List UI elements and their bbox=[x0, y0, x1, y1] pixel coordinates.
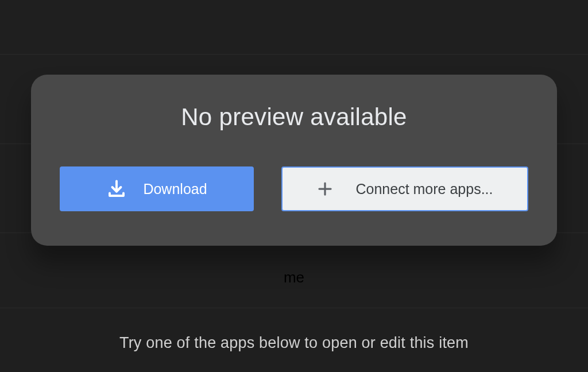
divider bbox=[0, 308, 588, 308]
divider bbox=[0, 54, 588, 55]
button-row: Download Connect more apps... bbox=[60, 166, 528, 211]
download-button-label: Download bbox=[143, 181, 207, 197]
plus-icon bbox=[316, 180, 334, 197]
footer-hint: Try one of the apps below to open or edi… bbox=[119, 334, 469, 352]
no-preview-card: No preview available Download Connect mo… bbox=[31, 75, 557, 246]
download-icon bbox=[106, 179, 127, 199]
connect-apps-button-label: Connect more apps... bbox=[355, 181, 493, 197]
connect-apps-button[interactable]: Connect more apps... bbox=[281, 166, 528, 211]
download-button[interactable]: Download bbox=[60, 166, 254, 211]
no-preview-title: No preview available bbox=[181, 103, 407, 131]
background-text: me bbox=[284, 269, 304, 286]
